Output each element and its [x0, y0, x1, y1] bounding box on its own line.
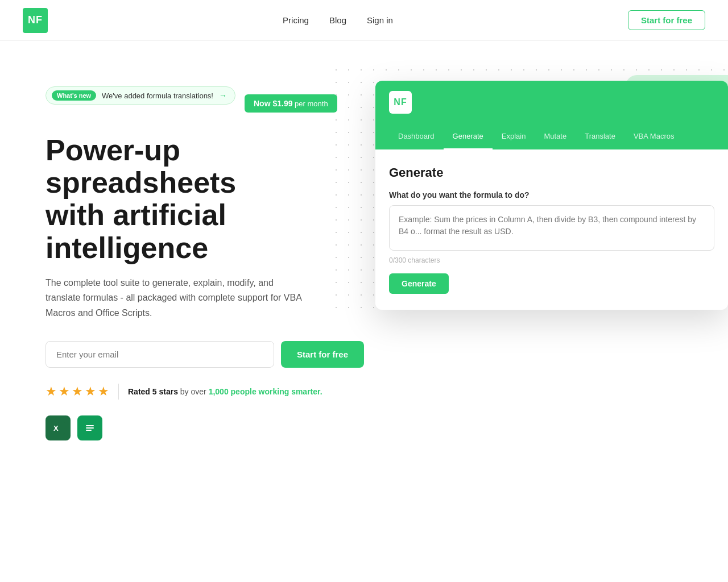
- star-rating: ★ ★ ★ ★ ★: [46, 384, 109, 399]
- nav-link-signin[interactable]: Sign in: [367, 15, 393, 25]
- svg-text:X: X: [53, 424, 59, 433]
- app-icons: X: [46, 415, 364, 440]
- app-body: Generate What do you want the formula to…: [375, 149, 728, 310]
- svg-rect-4: [86, 427, 94, 429]
- star-3: ★: [72, 384, 83, 399]
- pricing-prefix: Now: [254, 99, 272, 108]
- whats-new-banner[interactable]: What's new We've added formula translati…: [46, 86, 235, 105]
- nav-links: Pricing Blog Sign in: [283, 15, 393, 25]
- hero-title-line2: with artificial intelligence: [46, 198, 226, 264]
- app-input-label: What do you want the formula to do?: [389, 190, 714, 199]
- svg-rect-3: [86, 425, 94, 426]
- rating-divider: [118, 384, 119, 400]
- app-nav-dashboard[interactable]: Dashboard: [389, 124, 444, 149]
- whats-new-text: We've added formula translations!: [102, 92, 213, 100]
- app-header: NF: [375, 81, 728, 124]
- pricing-suffix: per month: [292, 99, 328, 108]
- nav-logo: NF: [23, 8, 48, 33]
- app-section-title: Generate: [389, 165, 714, 180]
- hero-cta-button[interactable]: Start for free: [281, 341, 364, 368]
- app-nav-mutate[interactable]: Mutate: [535, 124, 576, 149]
- rating-link[interactable]: 1,000 people working smarter.: [209, 387, 322, 396]
- star-2: ★: [59, 384, 70, 399]
- pricing-badge: Now $1.99 per month: [245, 94, 337, 113]
- hero-subtitle: The complete tool suite to generate, exp…: [46, 276, 307, 321]
- star-4: ★: [85, 384, 96, 399]
- rating-text: Rated 5 stars by over 1,000 people worki…: [128, 387, 322, 396]
- app-char-count: 0/300 characters: [389, 256, 714, 264]
- whats-new-arrow-icon: →: [219, 91, 227, 100]
- hero-section: What's new We've added formula translati…: [0, 41, 728, 582]
- app-nav-translate[interactable]: Translate: [576, 124, 624, 149]
- excel-icon: X: [46, 415, 71, 440]
- rating-by: by over: [180, 387, 209, 396]
- star-5: ★: [98, 384, 109, 399]
- pricing-price: $1.99: [272, 99, 292, 108]
- app-nav-generate[interactable]: Generate: [444, 124, 493, 149]
- navbar: NF Pricing Blog Sign in Start for free: [0, 0, 728, 41]
- rating-label: Rated 5 stars: [128, 387, 178, 396]
- hero-left: What's new We've added formula translati…: [46, 75, 364, 440]
- nav-link-pricing[interactable]: Pricing: [283, 15, 309, 25]
- app-nav-explain[interactable]: Explain: [493, 124, 535, 149]
- sheets-icon: [77, 415, 102, 440]
- app-formula-textarea[interactable]: [389, 205, 714, 251]
- nav-cta-button[interactable]: Start for free: [628, 10, 705, 30]
- banner-row: What's new We've added formula translati…: [46, 86, 364, 120]
- hero-right: NF Dashboard Generate Explain Mutate Tra…: [353, 64, 728, 310]
- nav-link-blog[interactable]: Blog: [329, 15, 346, 25]
- hero-title-line1: Power-up spreadsheets: [46, 134, 236, 199]
- app-logo: NF: [389, 91, 412, 114]
- email-form: Start for free: [46, 341, 364, 368]
- app-nav-vba[interactable]: VBA Macros: [624, 124, 684, 149]
- email-input[interactable]: [46, 341, 274, 368]
- app-generate-button[interactable]: Generate: [389, 273, 449, 294]
- svg-rect-5: [86, 430, 92, 431]
- whats-new-tag: What's new: [52, 90, 96, 101]
- rating-row: ★ ★ ★ ★ ★ Rated 5 stars by over 1,000 pe…: [46, 384, 364, 400]
- star-1: ★: [46, 384, 57, 399]
- app-window: NF Dashboard Generate Explain Mutate Tra…: [375, 81, 728, 310]
- app-nav: Dashboard Generate Explain Mutate Transl…: [375, 124, 728, 149]
- hero-title: Power-up spreadsheets with artificial in…: [46, 134, 364, 264]
